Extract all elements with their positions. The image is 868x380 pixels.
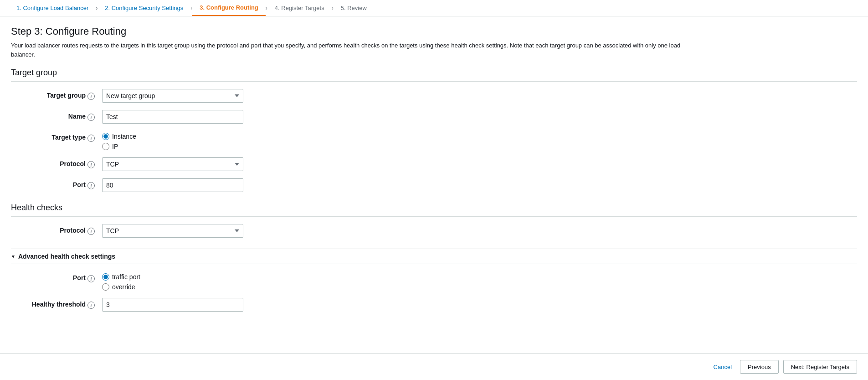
previous-button[interactable]: Previous [740,360,779,374]
target-type-instance-option[interactable]: Instance [102,133,243,140]
advanced-toggle[interactable]: ▼ Advanced health check settings [11,249,857,264]
target-type-instance-radio[interactable] [102,133,109,140]
target-group-info-icon[interactable]: i [87,93,95,100]
advanced-port-row: Port i traffic port override [11,271,857,291]
port-info-icon[interactable]: i [87,182,95,189]
health-protocol-row: Protocol i TCP HTTP HTTPS [11,224,857,238]
health-checks-section: Health checks Protocol i TCP HTTP HTTPS [11,203,857,238]
target-group-section: Target group Target group i New target g… [11,68,857,192]
target-group-section-title: Target group [11,68,857,82]
target-type-label: Target type i [11,131,102,142]
health-checks-section-title: Health checks [11,203,857,217]
target-type-ip-option[interactable]: IP [102,143,243,150]
advanced-toggle-label: Advanced health check settings [18,253,115,260]
override-port-label: override [112,283,135,291]
target-group-label: Target group i [11,89,102,100]
footer: Cancel Previous Next: Register Targets [0,353,868,380]
healthy-threshold-info-icon[interactable]: i [87,302,95,309]
protocol-info-icon[interactable]: i [87,161,95,168]
name-label: Name i [11,110,102,121]
override-port-option[interactable]: override [102,283,243,291]
protocol-row: Protocol i TCP HTTP HTTPS [11,157,857,171]
target-group-control: New target group Existing target group [102,89,243,103]
health-protocol-label: Protocol i [11,224,102,235]
target-type-radio-group: Instance IP [102,131,243,150]
page-description: Your load balancer routes requests to th… [11,41,694,59]
advanced-section: ▼ Advanced health check settings Port i … [11,249,857,312]
advanced-port-label: Port i [11,271,102,282]
page-title: Step 3: Configure Routing [11,26,857,37]
protocol-control: TCP HTTP HTTPS [102,157,243,171]
port-row: Port i [11,178,857,192]
target-type-row: Target type i Instance IP [11,131,857,150]
wizard-nav: 1. Configure Load Balancer › 2. Configur… [0,0,868,16]
wizard-step-2[interactable]: 2. Configure Security Settings [98,0,190,16]
traffic-port-radio[interactable] [102,273,109,281]
name-control [102,110,243,124]
health-protocol-select[interactable]: TCP HTTP HTTPS [102,224,243,238]
name-info-icon[interactable]: i [87,114,95,121]
cancel-button[interactable]: Cancel [710,364,735,370]
override-port-radio[interactable] [102,283,109,291]
name-row: Name i [11,110,857,124]
main-content: Step 3: Configure Routing Your load bala… [0,16,868,353]
wizard-step-5[interactable]: 5. Review [334,0,374,16]
wizard-step-3[interactable]: 3. Configure Routing [192,0,266,16]
healthy-threshold-control [102,298,243,312]
target-group-select[interactable]: New target group Existing target group [102,89,243,103]
health-protocol-control: TCP HTTP HTTPS [102,224,243,238]
port-control [102,178,243,192]
protocol-select[interactable]: TCP HTTP HTTPS [102,157,243,171]
advanced-port-info-icon[interactable]: i [87,275,95,282]
target-group-row: Target group i New target group Existing… [11,89,857,103]
target-type-ip-radio[interactable] [102,143,109,150]
health-protocol-info-icon[interactable]: i [87,228,95,235]
target-type-instance-label: Instance [112,133,136,140]
protocol-label: Protocol i [11,157,102,168]
target-type-info-icon[interactable]: i [87,135,95,142]
toggle-arrow-icon: ▼ [11,254,15,259]
next-button[interactable]: Next: Register Targets [783,360,857,374]
traffic-port-option[interactable]: traffic port [102,273,243,281]
target-type-ip-label: IP [112,143,118,150]
wizard-step-1[interactable]: 1. Configure Load Balancer [9,0,96,16]
healthy-threshold-row: Healthy threshold i [11,298,857,312]
advanced-port-control: traffic port override [102,271,243,291]
wizard-step-4[interactable]: 4. Register Targets [267,0,332,16]
port-label: Port i [11,178,102,189]
name-input[interactable] [102,110,243,124]
healthy-threshold-label: Healthy threshold i [11,298,102,309]
traffic-port-label: traffic port [112,273,140,281]
advanced-port-radio-group: traffic port override [102,271,243,291]
port-input[interactable] [102,178,243,192]
target-type-control: Instance IP [102,131,243,150]
healthy-threshold-input[interactable] [102,298,243,312]
